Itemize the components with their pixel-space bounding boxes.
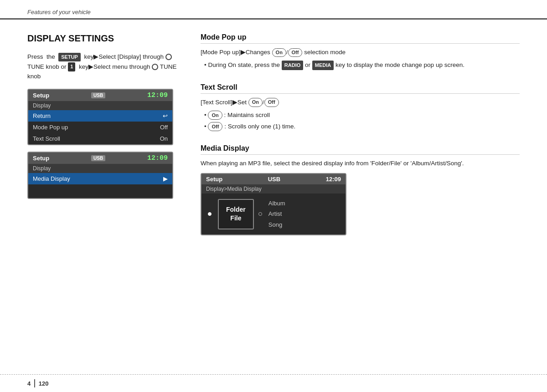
screen1-time: 12:09 (147, 92, 168, 99)
text-scroll-bullets: On : Maintains scroll Off : Scrolls only… (201, 110, 520, 132)
mode-popup-intro: [Mode Pop up]▶Changes On/Off selection m… (201, 47, 520, 57)
main-content: DISPLAY SETTINGS Press the SETUP key▶Sel… (0, 20, 547, 248)
screen1-header: Setup USB 12:09 (28, 90, 172, 101)
media-screen-header: Setup USB 12:09 (201, 174, 346, 184)
footer-divider (34, 379, 35, 387)
album-artist-song-list: Album Artist Song (268, 198, 285, 230)
album-radio (258, 212, 262, 216)
on-pill-scroll: On (248, 98, 263, 107)
header-title: Features of your vehicle (27, 9, 91, 15)
media-display-title: Media Display (201, 144, 520, 155)
section-mode-popup: Mode Pop up [Mode Pop up]▶Changes On/Off… (201, 33, 520, 71)
on-pill-scroll2: On (208, 111, 222, 120)
song-item: Song (268, 219, 285, 230)
tune-knob-icon (165, 54, 172, 60)
on-pill-mode: On (272, 48, 286, 57)
media-screen-sub: Display>Media Display (201, 184, 346, 193)
media-screen-body: FolderFile Album Artist Song (201, 193, 346, 234)
left-column: DISPLAY SETTINGS Press the SETUP key▶Sel… (27, 33, 182, 248)
screen1-row-mode: Mode Pop up Off (28, 122, 172, 133)
off-pill-scroll: Off (264, 98, 279, 107)
setup-badge: SETUP (58, 53, 81, 62)
page-footer: 4 120 (0, 374, 547, 392)
screen2-time: 12:09 (147, 154, 168, 162)
intro-text: Press the SETUP key▶Select [Display] thr… (27, 52, 182, 81)
media-badge: MEDIA (312, 61, 334, 70)
media-screen-time: 12:09 (326, 176, 341, 183)
screen2-title: Setup (33, 155, 49, 162)
arrow-indicator-icon: ▶ (163, 175, 168, 182)
screen1-usb: USB (91, 92, 105, 98)
one-badge: 1 (68, 62, 75, 71)
media-screen-usb: USB (268, 176, 280, 183)
text-scroll-title: Text Scroll (201, 83, 520, 94)
footer-section-number: 4 (27, 380, 31, 387)
screen1-title: Setup (33, 92, 49, 99)
off-pill-scroll2: Off (208, 122, 222, 132)
screen2-row-media: Media Display ▶ (28, 173, 172, 184)
media-display-screen: Setup USB 12:09 Display>Media Display Fo… (201, 173, 346, 235)
screen1-row-return: Return ↩ (28, 110, 172, 122)
media-display-intro: When playing an MP3 file, select the des… (201, 158, 520, 168)
mode-popup-title: Mode Pop up (201, 33, 520, 44)
text-scroll-bullet2: Off : Scrolls only one (1) time. (204, 122, 520, 132)
media-display-screen-wrap: Setup USB 12:09 Display>Media Display Fo… (201, 173, 346, 235)
section-title: DISPLAY SETTINGS (27, 33, 182, 44)
artist-item: Artist (268, 209, 285, 219)
footer-page-number: 120 (39, 380, 49, 387)
section-media-display: Media Display When playing an MP3 file, … (201, 144, 520, 235)
screen1-row-textscroll: Text Scroll On (28, 133, 172, 144)
right-column: Mode Pop up [Mode Pop up]▶Changes On/Off… (201, 33, 520, 248)
album-item: Album (268, 198, 285, 209)
folder-file-box: FolderFile (218, 199, 254, 229)
off-pill-mode: Off (288, 48, 303, 57)
page-header: Features of your vehicle (0, 0, 547, 20)
section-text-scroll: Text Scroll [Text Scroll]▶Set On/Off On … (201, 83, 520, 132)
media-screen-title: Setup (206, 176, 222, 183)
mode-popup-bullets: During On state, press the RADIO or MEDI… (201, 60, 520, 71)
back-icon: ↩ (163, 112, 168, 119)
tune-knob2-icon (152, 64, 158, 70)
screen2-usb: USB (91, 155, 105, 161)
screen2-submenu: Display (28, 164, 172, 173)
screen1-submenu: Display (28, 101, 172, 110)
text-scroll-bullet1: On : Maintains scroll (204, 110, 520, 121)
screen-display-menu: Setup USB 12:09 Display Return ↩ Mode Po… (27, 89, 173, 145)
text-scroll-intro: [Text Scroll]▶Set On/Off (201, 97, 520, 107)
screen-media-menu: Setup USB 12:09 Display Media Display ▶ (27, 152, 173, 199)
folder-radio-selected (208, 212, 212, 216)
radio-badge: RADIO (282, 61, 303, 70)
screen2-header: Setup USB 12:09 (28, 153, 172, 164)
mode-popup-bullet1: During On state, press the RADIO or MEDI… (204, 60, 520, 71)
